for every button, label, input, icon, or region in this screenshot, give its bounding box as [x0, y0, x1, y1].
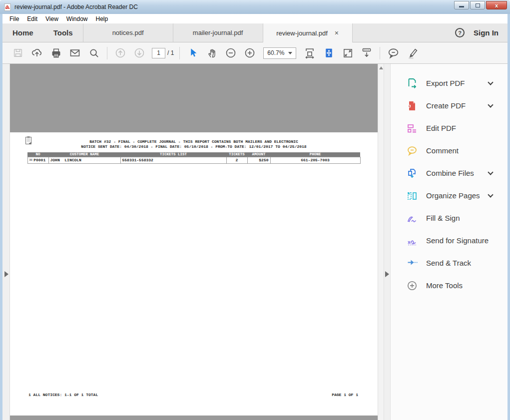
- email-button[interactable]: [65, 44, 84, 61]
- panel-item-fill-sign[interactable]: Fill & Sign: [391, 207, 508, 229]
- toolbar-divider: [179, 47, 180, 59]
- panel-item-comment[interactable]: Comment: [391, 139, 508, 162]
- page-number-input[interactable]: [152, 48, 165, 58]
- page-up-icon: [114, 47, 126, 59]
- restore-button[interactable]: [470, 1, 485, 9]
- pdf-page[interactable]: BATCH #32 - FINAL - COMPLETE JOURNAL - T…: [10, 132, 378, 416]
- previous-page-button[interactable]: [111, 44, 130, 61]
- menu-edit[interactable]: Edit: [23, 15, 41, 22]
- panel-item-edit-pdf[interactable]: Edit PDF: [391, 117, 508, 139]
- minus-circle-icon: [225, 47, 237, 59]
- fit-width-button[interactable]: [300, 44, 319, 61]
- cell-tickets: 2: [226, 157, 247, 163]
- comment-tool-button[interactable]: [384, 44, 403, 61]
- clipboard-annotation-icon[interactable]: [25, 136, 32, 145]
- report-footer-total: 1 ALL NOTICES: 1-1 OF 1 TOTAL: [28, 393, 98, 397]
- help-button[interactable]: ?: [455, 28, 465, 37]
- next-page-button[interactable]: [130, 44, 149, 61]
- search-button[interactable]: [84, 44, 103, 61]
- comment-icon: [407, 145, 418, 156]
- canvas-background: [10, 416, 378, 420]
- panel-item-send-track[interactable]: Send & Track: [391, 252, 508, 274]
- hand-tool-button[interactable]: [202, 44, 221, 61]
- tab-tools[interactable]: Tools: [43, 23, 83, 42]
- panel-item-create-pdf[interactable]: Create PDF: [391, 94, 508, 117]
- panel-item-label: Export PDF: [426, 79, 465, 87]
- chevron-down-icon[interactable]: [488, 79, 493, 85]
- tab-label: review-journal.pdf: [276, 29, 328, 37]
- actual-size-button[interactable]: [338, 44, 357, 61]
- cell-tickets-list: 558331-558332: [120, 157, 226, 163]
- highlighter-icon: [406, 47, 419, 59]
- panel-item-label: Create PDF: [426, 101, 466, 110]
- select-tool-button[interactable]: [183, 44, 202, 61]
- chevron-down-icon[interactable]: [488, 192, 493, 197]
- zoom-level-dropdown[interactable]: 60.7%: [263, 47, 296, 59]
- search-icon: [88, 47, 100, 59]
- upload-cloud-button[interactable]: [27, 44, 46, 61]
- zoom-in-button[interactable]: [240, 44, 259, 61]
- panel-item-label: Comment: [426, 146, 459, 155]
- export-pdf-icon: [407, 78, 418, 89]
- panel-item-export-pdf[interactable]: Export PDF: [391, 72, 508, 94]
- navigation-pane-rail: [2, 64, 10, 420]
- panel-item-label: More Tools: [426, 281, 463, 290]
- tab-mailer-journal-pdf[interactable]: mailer-journal.pdf: [173, 23, 263, 42]
- panel-item-label: Organize Pages: [426, 191, 480, 200]
- menu-window[interactable]: Window: [62, 15, 92, 22]
- close-icon: x: [495, 2, 498, 8]
- tab-home[interactable]: Home: [2, 23, 43, 42]
- close-button[interactable]: x: [486, 1, 507, 9]
- reading-mode-icon: [361, 47, 373, 59]
- tab-close-icon[interactable]: ×: [335, 29, 339, 36]
- save-button[interactable]: [8, 44, 27, 61]
- zoom-out-button[interactable]: [221, 44, 240, 61]
- column-header-no: NO: [27, 152, 48, 157]
- scroll-up-icon[interactable]: [379, 66, 383, 69]
- chevron-down-icon[interactable]: [488, 102, 493, 107]
- report-header-line1: BATCH #32 - FINAL - COMPLETE JOURNAL - T…: [10, 139, 378, 144]
- vertical-scrollbar[interactable]: [378, 64, 384, 420]
- panel-item-label: Combine Files: [426, 169, 474, 177]
- column-header-customer-name: CUSTOMER NAME: [48, 152, 120, 157]
- combine-files-icon: [407, 168, 418, 179]
- report-footer-page: PAGE 1 OF 1: [332, 393, 358, 397]
- select-cursor-icon: [187, 47, 198, 58]
- title-bar[interactable]: review-journal.pdf - Adobe Acrobat Reade…: [0, 0, 510, 14]
- panel-item-send-for-signature[interactable]: Send for Signature: [391, 229, 508, 252]
- sign-in-button[interactable]: Sign In: [474, 28, 499, 37]
- fit-page-button[interactable]: [319, 44, 338, 61]
- toolbar-divider: [380, 47, 380, 59]
- tab-review-journal-pdf[interactable]: review-journal.pdf ×: [263, 23, 353, 42]
- main-area: BATCH #32 - FINAL - COMPLETE JOURNAL - T…: [2, 64, 508, 420]
- panel-item-label: Edit PDF: [426, 124, 456, 132]
- tab-notices-pdf[interactable]: notices.pdf: [83, 23, 173, 42]
- print-button[interactable]: [46, 44, 65, 61]
- document-canvas[interactable]: BATCH #32 - FINAL - COMPLETE JOURNAL - T…: [10, 64, 378, 420]
- chevron-down-icon[interactable]: [488, 169, 493, 175]
- menu-file[interactable]: File: [5, 15, 23, 22]
- panel-item-more-tools[interactable]: More Tools: [391, 274, 508, 297]
- expand-navigation-pane-button[interactable]: [4, 271, 8, 277]
- panel-item-label: Fill & Sign: [426, 214, 460, 222]
- acrobat-pdf-icon: [4, 3, 11, 11]
- help-icon: ?: [458, 30, 462, 36]
- plus-circle-icon: [244, 47, 256, 59]
- tools-pane-rail: [384, 64, 391, 420]
- panel-item-combine-files[interactable]: Combine Files: [391, 162, 508, 184]
- window-title: review-journal.pdf - Adobe Acrobat Reade…: [14, 3, 138, 10]
- actual-size-icon: [342, 47, 354, 59]
- minimize-button[interactable]: [454, 1, 469, 9]
- canvas-background: [10, 64, 378, 132]
- printer-icon: [50, 47, 62, 59]
- mailer-envelope-icon: ✉: [29, 158, 33, 162]
- highlight-tool-button[interactable]: [403, 44, 422, 61]
- panel-item-organize-pages[interactable]: Organize Pages: [391, 184, 508, 207]
- menu-help[interactable]: Help: [92, 15, 112, 22]
- fill-sign-icon: [407, 213, 418, 224]
- menu-view[interactable]: View: [41, 15, 62, 22]
- collapse-tools-pane-button[interactable]: [385, 271, 389, 277]
- toolbar: / 1 60: [2, 42, 508, 64]
- reading-mode-button[interactable]: [357, 44, 376, 61]
- panel-item-label: Send & Track: [426, 259, 471, 267]
